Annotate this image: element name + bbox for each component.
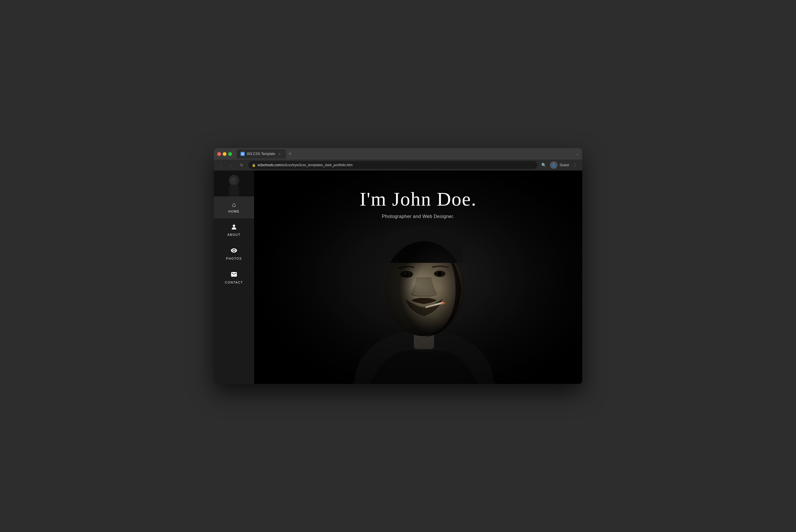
traffic-lights	[217, 152, 232, 156]
lock-icon: 🔒	[252, 163, 256, 167]
sidebar-avatar	[214, 171, 254, 196]
tab-favicon: w	[241, 152, 245, 156]
svg-point-5	[231, 177, 236, 181]
home-icon: ⌂	[232, 202, 236, 208]
svg-rect-26	[254, 171, 582, 384]
portrait-container	[254, 171, 582, 384]
url-bar[interactable]: 🔒 w3schools.com/w3css/tryw3css_templates…	[248, 161, 537, 169]
url-text: w3schools.com/w3css/tryw3css_templates_d…	[258, 163, 353, 167]
svg-point-6	[233, 225, 235, 227]
sidebar-about-label: ABOUT	[227, 233, 240, 236]
tab-close-button[interactable]: ×	[277, 152, 282, 156]
search-icon[interactable]: 🔍	[540, 161, 548, 169]
forward-button[interactable]: ›	[228, 161, 235, 169]
svg-rect-4	[229, 186, 239, 196]
hero-portrait-svg	[254, 171, 582, 384]
more-options-icon[interactable]: ⋮	[571, 161, 579, 169]
active-tab[interactable]: w W3.CSS Template ×	[237, 149, 286, 158]
sidebar-contact-label: CONTACT	[225, 281, 243, 284]
close-button[interactable]	[217, 152, 221, 156]
sidebar-home-label: HOME	[228, 210, 240, 213]
browser-content: ⌂ HOME ABOUT PHOTOS	[214, 171, 582, 384]
url-domain: w3schools.com	[258, 163, 281, 167]
url-path: /w3css/tryw3css_templates_dark_portfolio…	[281, 163, 353, 167]
address-bar: ‹ › ↻ 🔒 w3schools.com/w3css/tryw3css_tem…	[214, 159, 582, 171]
sidebar-item-home[interactable]: ⌂ HOME	[214, 196, 254, 218]
maximize-button[interactable]	[228, 152, 232, 156]
sidebar-item-about[interactable]: ABOUT	[214, 218, 254, 242]
eye-icon	[230, 247, 237, 255]
tab-title: W3.CSS Template	[247, 152, 275, 156]
title-bar: w W3.CSS Template × + ⌄	[214, 148, 582, 159]
sidebar-portrait-svg	[214, 171, 254, 196]
back-button[interactable]: ‹	[217, 161, 225, 169]
person-icon	[231, 224, 237, 231]
minimize-button[interactable]	[223, 152, 226, 156]
tab-expand-icon[interactable]: ⌄	[576, 152, 579, 156]
sidebar: ⌂ HOME ABOUT PHOTOS	[214, 171, 254, 384]
avatar[interactable]: 👤	[550, 161, 557, 169]
tab-bar: w W3.CSS Template × + ⌄	[237, 149, 579, 158]
sidebar-photos-label: PHOTOS	[226, 257, 242, 260]
browser-window: w W3.CSS Template × + ⌄ ‹ › ↻ 🔒 w3school…	[214, 148, 582, 384]
new-tab-button[interactable]: +	[286, 150, 294, 158]
user-label: Guest	[560, 163, 569, 167]
sidebar-item-photos[interactable]: PHOTOS	[214, 242, 254, 266]
sidebar-item-contact[interactable]: CONTACT	[214, 266, 254, 290]
mail-icon	[230, 271, 237, 279]
refresh-button[interactable]: ↻	[238, 161, 245, 169]
main-content: I'm John Doe. Photographer and Web Desig…	[254, 171, 582, 384]
address-bar-actions: 🔍 👤 Guest ⋮	[540, 161, 579, 169]
